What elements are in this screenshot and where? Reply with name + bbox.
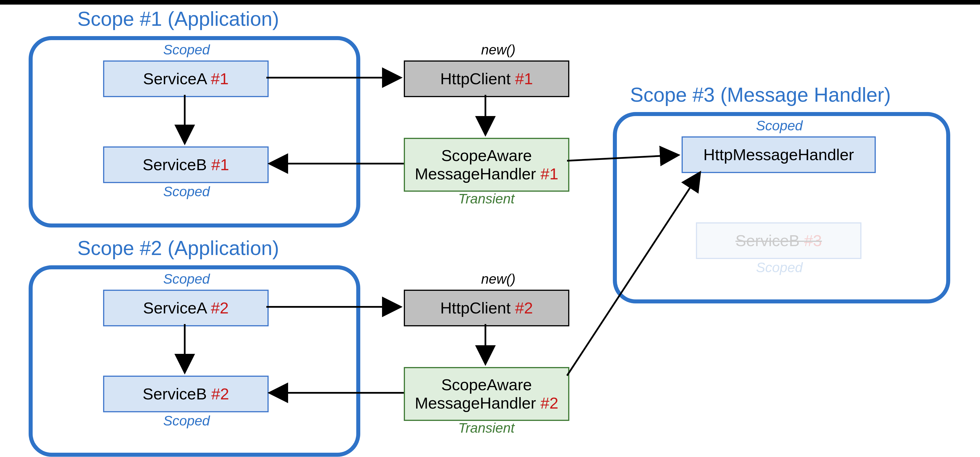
serviceB1-name: ServiceB — [143, 156, 212, 174]
box-serviceA2: ServiceA #2 — [103, 290, 269, 326]
serviceA2-num: #2 — [211, 299, 229, 317]
box-serviceB3: ServiceB #3 — [696, 222, 861, 259]
box-serviceA1: ServiceA #1 — [103, 61, 269, 97]
serviceB3-lifetime: Scoped — [756, 260, 803, 275]
diagram-canvas: Scope #1 (Application) Scoped ServiceA #… — [0, 0, 980, 457]
httpmsghandler-name: HttpMessageHandler — [703, 146, 854, 164]
handler1-lifetime: Transient — [458, 191, 515, 207]
scope1-serviceB-lifetime: Scoped — [163, 184, 210, 199]
httpclient2-num: #2 — [515, 299, 533, 317]
httpclient1-lifetime: new() — [481, 42, 515, 57]
scope2-serviceB-lifetime: Scoped — [163, 413, 210, 428]
httpmsghandler-lifetime: Scoped — [756, 118, 803, 134]
httpclient1-num: #1 — [515, 70, 533, 88]
box-httpclient1: HttpClient #1 — [404, 61, 570, 97]
box-serviceB2: ServiceB #2 — [103, 376, 269, 412]
serviceA2-name: ServiceA — [143, 299, 211, 317]
scope2-title: Scope #2 (Application) — [77, 237, 279, 260]
handler1-line2b: #1 — [540, 165, 558, 183]
serviceB1-num: #1 — [212, 156, 229, 174]
scope3-title: Scope #3 (Message Handler) — [630, 83, 891, 106]
handler2-line2a: MessageHandler — [415, 394, 540, 412]
serviceB3-num: #3 — [804, 231, 822, 250]
httpclient2-name: HttpClient — [440, 299, 515, 317]
scope2-serviceA-lifetime: Scoped — [163, 271, 210, 287]
handler2-line1: ScopeAware — [441, 376, 532, 394]
box-serviceB1: ServiceB #1 — [103, 146, 269, 183]
serviceB2-name: ServiceB — [143, 385, 212, 403]
handler2-line2b: #2 — [540, 394, 558, 412]
box-httpmsghandler: HttpMessageHandler — [682, 136, 876, 173]
box-handler2: ScopeAware MessageHandler #2 — [404, 367, 570, 421]
handler2-lifetime: Transient — [458, 420, 515, 436]
handler1-line1: ScopeAware — [441, 146, 532, 165]
serviceA1-num: #1 — [211, 70, 229, 88]
scope1-serviceA-lifetime: Scoped — [163, 42, 210, 57]
box-handler1: ScopeAware MessageHandler #1 — [404, 138, 570, 192]
serviceB2-num: #2 — [212, 385, 229, 403]
httpclient1-name: HttpClient — [440, 70, 515, 88]
serviceB3-name: ServiceB — [735, 231, 804, 250]
httpclient2-lifetime: new() — [481, 271, 515, 287]
box-httpclient2: HttpClient #2 — [404, 290, 570, 326]
handler1-line2a: MessageHandler — [415, 165, 540, 183]
serviceA1-name: ServiceA — [143, 70, 211, 88]
scope1-title: Scope #1 (Application) — [77, 8, 279, 30]
